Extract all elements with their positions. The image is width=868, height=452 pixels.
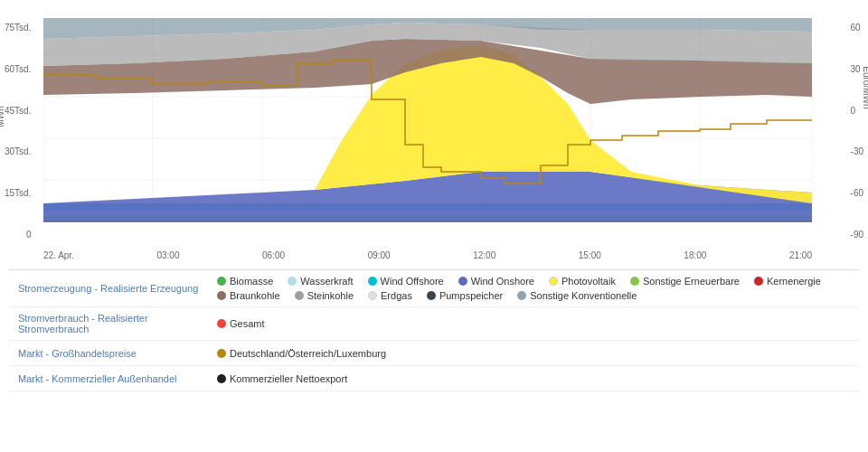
wind-offshore-label: Wind Offshore bbox=[381, 276, 444, 287]
braunkohle-dot bbox=[217, 291, 226, 300]
wind-onshore-dot bbox=[458, 277, 467, 286]
pumpspeicher-label: Pumpspeicher bbox=[439, 290, 503, 301]
biomasse-dot bbox=[217, 277, 226, 286]
chart-wrapper: 75Tsd. 60Tsd. 45Tsd. 30Tsd. 15Tsd. 0 MWh… bbox=[0, 0, 868, 260]
x-tick: 03:00 bbox=[156, 250, 179, 260]
main-container: 75Tsd. 60Tsd. 45Tsd. 30Tsd. 15Tsd. 0 MWh… bbox=[0, 0, 868, 452]
x-tick: 21:00 bbox=[789, 250, 812, 260]
y-tick-right: 60 bbox=[851, 23, 861, 33]
steinkohle-dot bbox=[295, 291, 304, 300]
legend-items-stromerzeugung: Biomasse Wasserkraft Wind Offshore Wind … bbox=[217, 276, 850, 301]
y-tick: 45Tsd. bbox=[5, 106, 31, 116]
legend-row-stromerzeugung: Stromerzeugung - Realisierte Erzeugung B… bbox=[9, 270, 859, 307]
legend-item-sonstige-erneuerbare: Sonstige Erneuerbare bbox=[630, 276, 740, 287]
sonstige-konventionelle-label: Sonstige Konventionelle bbox=[530, 290, 637, 301]
legend-item-wind-offshore: Wind Offshore bbox=[368, 276, 444, 287]
y-tick: 0 bbox=[26, 230, 32, 240]
legend-item-pumpspeicher: Pumpspeicher bbox=[427, 290, 503, 301]
deutschland-dot bbox=[217, 349, 226, 358]
photovoltaik-label: Photovoltaik bbox=[561, 276, 616, 287]
steinkohle-label: Steinkohle bbox=[307, 290, 354, 301]
y-label-right: Euro/MWh bbox=[862, 66, 869, 108]
legend-item-erdgas: Erdgas bbox=[368, 290, 412, 301]
legend-area: Stromerzeugung - Realisierte Erzeugung B… bbox=[9, 269, 859, 391]
legend-item-braunkohle: Braunkohle bbox=[217, 290, 280, 301]
y-axis-right: 60 30 0 -30 -60 -90 bbox=[851, 23, 863, 240]
x-tick: 12:00 bbox=[473, 250, 495, 260]
kernenergie-label: Kernenergie bbox=[767, 276, 821, 287]
legend-item-nettoexport: Kommerzieller Nettoexport bbox=[217, 373, 347, 384]
photovoltaik-dot bbox=[549, 277, 558, 286]
nettoexport-label: Kommerzieller Nettoexport bbox=[230, 373, 347, 384]
y-tick: 30Tsd. bbox=[5, 146, 31, 156]
legend-item-steinkohle: Steinkohle bbox=[295, 290, 354, 301]
legend-item-photovoltaik: Photovoltaik bbox=[549, 276, 616, 287]
x-tick: 09:00 bbox=[368, 250, 391, 260]
y-tick: 15Tsd. bbox=[5, 188, 31, 198]
nettoexport-dot bbox=[217, 374, 226, 383]
x-tick: 06:00 bbox=[262, 250, 285, 260]
legend-item-wind-onshore: Wind Onshore bbox=[458, 276, 534, 287]
legend-row-stromverbrauch: Stromverbrauch - Realisierter Stromverbr… bbox=[9, 307, 859, 341]
wasserkraft-dot bbox=[288, 277, 297, 286]
braunkohle-label: Braunkohle bbox=[230, 290, 280, 301]
x-tick: 22. Apr. bbox=[43, 250, 74, 260]
deutschland-label: Deutschland/Österreich/Luxemburg bbox=[230, 348, 386, 359]
sonstige-konventionelle-dot bbox=[517, 291, 526, 300]
legend-item-deutschland: Deutschland/Österreich/Luxemburg bbox=[217, 348, 386, 359]
wasserkraft-label: Wasserkraft bbox=[300, 276, 353, 287]
legend-item-sonstige-konventionelle: Sonstige Konventionelle bbox=[517, 290, 637, 301]
y-tick-right: 0 bbox=[851, 106, 856, 116]
legend-item-kernenergie: Kernenergie bbox=[754, 276, 821, 287]
legend-title-stromerzeugung: Stromerzeugung - Realisierte Erzeugung bbox=[18, 283, 217, 294]
y-label-left: MWh bbox=[0, 106, 5, 127]
erdgas-dot bbox=[368, 291, 377, 300]
y-tick-right: -60 bbox=[851, 188, 863, 198]
y-tick-right: -90 bbox=[851, 230, 863, 240]
wind-offshore-dot bbox=[368, 277, 377, 286]
legend-row-markt-grosshandel: Markt - Großhandelspreise Deutschland/Ös… bbox=[9, 341, 859, 366]
legend-item-wasserkraft: Wasserkraft bbox=[288, 276, 353, 287]
x-axis: 22. Apr. 03:00 06:00 09:00 12:00 15:00 1… bbox=[43, 250, 812, 260]
pumpspeicher-dot bbox=[427, 291, 436, 300]
y-tick-right: 30 bbox=[851, 64, 861, 74]
wind-onshore-label: Wind Onshore bbox=[471, 276, 534, 287]
x-tick: 15:00 bbox=[579, 250, 601, 260]
sonstige-erneuerbare-dot bbox=[630, 277, 639, 286]
legend-row-aussenhandel: Markt - Kommerzieller Außenhandel Kommer… bbox=[9, 366, 859, 391]
legend-item-gesamt: Gesamt bbox=[217, 318, 265, 329]
kernenergie-dot bbox=[754, 277, 763, 286]
legend-item-biomasse: Biomasse bbox=[217, 276, 273, 287]
gesamt-dot bbox=[217, 319, 226, 328]
y-tick: 60Tsd. bbox=[5, 64, 31, 74]
y-axis-left: 75Tsd. 60Tsd. 45Tsd. 30Tsd. 15Tsd. 0 bbox=[5, 23, 31, 240]
gesamt-label: Gesamt bbox=[230, 318, 265, 329]
x-tick: 18:00 bbox=[684, 250, 706, 260]
legend-items-aussenhandel: Kommerzieller Nettoexport bbox=[217, 373, 347, 384]
biomasse-label: Biomasse bbox=[230, 276, 273, 287]
legend-title-aussenhandel: Markt - Kommerzieller Außenhandel bbox=[18, 373, 217, 384]
y-tick: 75Tsd. bbox=[5, 23, 31, 33]
sonstige-erneuerbare-label: Sonstige Erneuerbare bbox=[643, 276, 740, 287]
legend-title-stromverbrauch: Stromverbrauch - Realisierter Stromverbr… bbox=[18, 313, 217, 334]
legend-items-stromverbrauch: Gesamt bbox=[217, 318, 265, 329]
y-tick-right: -30 bbox=[851, 146, 863, 156]
chart-svg bbox=[43, 14, 812, 249]
legend-title-grosshandel: Markt - Großhandelspreise bbox=[18, 348, 217, 359]
erdgas-label: Erdgas bbox=[381, 290, 412, 301]
legend-items-grosshandel: Deutschland/Österreich/Luxemburg bbox=[217, 348, 386, 359]
